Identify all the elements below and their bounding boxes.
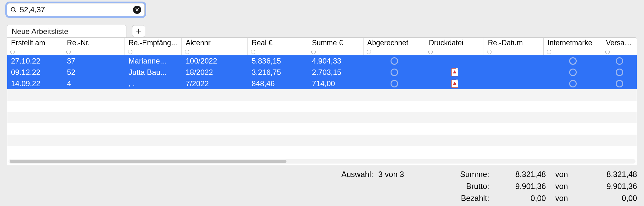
cell-druckdatei[interactable] xyxy=(425,68,484,76)
table-row-empty xyxy=(7,112,637,123)
cell-erstellt: 27.10.22 xyxy=(7,57,63,65)
results-table: Erstellt am Re.-Nr. Re.-Empfäng... Akten… xyxy=(7,37,637,165)
cell-erstellt: 14.09.22 xyxy=(7,79,63,88)
table-body: 27.10.2237Marianne...100/20225.836,154.9… xyxy=(7,55,637,157)
cell-druckdatei[interactable] xyxy=(425,80,484,88)
status-ring-icon xyxy=(569,57,577,65)
cell-versandt[interactable] xyxy=(602,69,637,76)
table-header: Erstellt am Re.-Nr. Re.-Empfäng... Akten… xyxy=(7,38,637,55)
col-erstellt-am[interactable]: Erstellt am xyxy=(7,38,63,55)
cell-aktennr: 100/2022 xyxy=(182,57,248,65)
cell-real: 848,46 xyxy=(248,79,308,88)
von-label: von xyxy=(546,182,577,191)
worklist-tab-row: Neue Arbeitsliste xyxy=(7,25,145,37)
summe-total: 8.321,48 xyxy=(577,170,637,179)
search-field-container xyxy=(7,3,145,16)
clear-search-icon[interactable] xyxy=(133,6,141,14)
pdf-icon[interactable] xyxy=(451,80,458,88)
status-ring-icon xyxy=(391,69,398,76)
von-label: von xyxy=(546,170,577,179)
cell-internetmarke[interactable] xyxy=(544,80,602,87)
status-ring-icon xyxy=(616,57,623,65)
cell-erstellt: 09.12.22 xyxy=(7,68,63,77)
table-row[interactable]: 09.12.2252Jutta Bau...18/20223.216,752.7… xyxy=(7,67,637,78)
brutto-value: 9.901,36 xyxy=(489,182,546,191)
cell-real: 5.836,15 xyxy=(248,57,308,65)
svg-line-1 xyxy=(14,11,16,12)
table-row-empty xyxy=(7,123,637,135)
cell-summe: 2.703,15 xyxy=(308,68,364,77)
cell-versandt[interactable] xyxy=(602,80,637,87)
table-row-empty xyxy=(7,146,637,157)
cell-summe: 714,00 xyxy=(308,79,364,88)
cell-abgerechnet[interactable] xyxy=(364,69,425,76)
worklist-tab-label: Neue Arbeitsliste xyxy=(12,27,68,36)
search-icon xyxy=(10,7,17,13)
worklist-tab[interactable]: Neue Arbeitsliste xyxy=(7,25,126,37)
search-input[interactable] xyxy=(19,5,133,14)
cell-empfaenger: , , xyxy=(125,79,182,88)
cell-aktennr: 18/2022 xyxy=(182,68,248,77)
col-abgerechnet[interactable]: Abgerechnet xyxy=(364,38,425,55)
cell-aktennr: 7/2022 xyxy=(182,79,248,88)
col-druckdatei[interactable]: Druckdatei xyxy=(425,38,484,55)
col-real[interactable]: Real € xyxy=(248,38,308,55)
cell-abgerechnet[interactable] xyxy=(364,57,425,65)
cell-empfaenger: Marianne... xyxy=(125,57,182,65)
bezahlt-label: Bezahlt: xyxy=(461,194,489,203)
table-row-empty xyxy=(7,135,637,146)
col-versandt[interactable]: Versandt xyxy=(602,38,637,55)
auswahl-label: Auswahl: xyxy=(341,170,373,179)
pdf-icon[interactable] xyxy=(451,68,458,76)
cell-internetmarke[interactable] xyxy=(544,57,602,65)
auswahl-value: 3 von 3 xyxy=(378,170,416,179)
status-ring-icon xyxy=(616,80,623,87)
add-worklist-button[interactable] xyxy=(132,25,145,37)
status-ring-icon xyxy=(391,80,398,87)
table-row[interactable]: 27.10.2237Marianne...100/20225.836,154.9… xyxy=(7,55,637,67)
col-re-nr[interactable]: Re.-Nr. xyxy=(63,38,125,55)
brutto-total: 9.901,36 xyxy=(577,182,637,191)
col-summe[interactable]: Summe € xyxy=(308,38,364,55)
col-aktennr[interactable]: Aktennr xyxy=(182,38,248,55)
von-label: von xyxy=(546,194,577,203)
col-re-empfaenger[interactable]: Re.-Empfäng... xyxy=(125,38,182,55)
cell-summe: 4.904,33 xyxy=(308,57,364,65)
table-row[interactable]: 14.09.224, ,7/2022848,46714,00 xyxy=(7,78,637,89)
scrollbar-thumb[interactable] xyxy=(10,160,286,163)
cell-real: 3.216,75 xyxy=(248,68,308,77)
col-re-datum[interactable]: Re.-Datum xyxy=(484,38,544,55)
status-ring-icon xyxy=(616,69,623,76)
summary-footer: Auswahl: 3 von 3 Summe: 8.321,48 von 8.3… xyxy=(0,170,637,206)
status-ring-icon xyxy=(569,80,577,87)
cell-empfaenger: Jutta Bau... xyxy=(125,68,182,77)
table-row-empty xyxy=(7,89,637,101)
cell-renr: 37 xyxy=(63,57,125,65)
cell-abgerechnet[interactable] xyxy=(364,80,425,87)
horizontal-scrollbar[interactable] xyxy=(8,159,636,164)
status-ring-icon xyxy=(569,69,577,76)
col-internetmarke[interactable]: Internetmarke xyxy=(544,38,602,55)
plus-icon xyxy=(136,28,142,34)
summe-value: 8.321,48 xyxy=(489,170,546,179)
summe-label: Summe: xyxy=(460,170,489,179)
bezahlt-total: 0,00 xyxy=(577,194,637,203)
cell-renr: 4 xyxy=(63,79,125,88)
cell-versandt[interactable] xyxy=(602,57,637,65)
bezahlt-value: 0,00 xyxy=(489,194,546,203)
cell-internetmarke[interactable] xyxy=(544,69,602,76)
status-ring-icon xyxy=(391,57,398,65)
table-row-empty xyxy=(7,101,637,112)
cell-renr: 52 xyxy=(63,68,125,77)
brutto-label: Brutto: xyxy=(466,182,489,191)
